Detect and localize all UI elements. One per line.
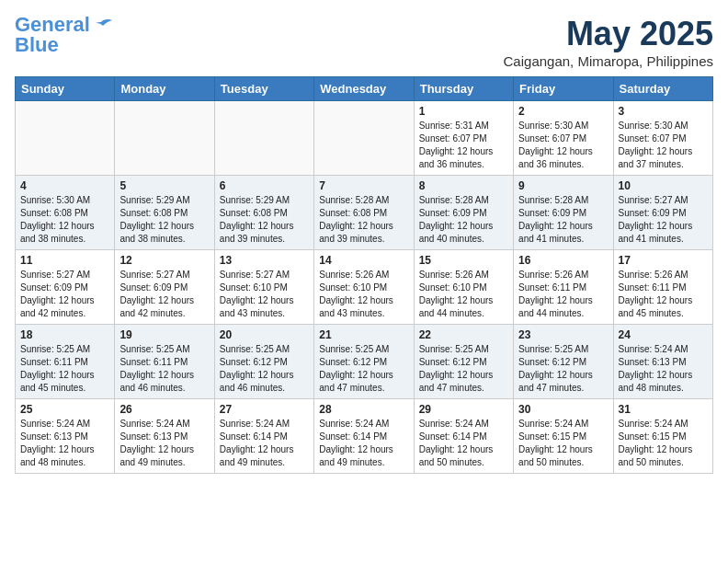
- day-info-text: Sunrise: 5:29 AM Sunset: 6:08 PM Dayligh…: [220, 194, 309, 246]
- day-info-text: Sunrise: 5:25 AM Sunset: 6:12 PM Dayligh…: [419, 343, 508, 395]
- day-number: 20: [220, 328, 309, 341]
- calendar-day-cell: 11Sunrise: 5:27 AM Sunset: 6:09 PM Dayli…: [16, 250, 115, 325]
- calendar-day-cell: 12Sunrise: 5:27 AM Sunset: 6:09 PM Dayli…: [115, 250, 214, 325]
- day-number: 17: [619, 254, 708, 267]
- day-number: 24: [619, 328, 708, 341]
- calendar-empty-cell: [16, 101, 115, 176]
- day-info-text: Sunrise: 5:24 AM Sunset: 6:13 PM Dayligh…: [619, 343, 708, 395]
- calendar-empty-cell: [314, 101, 414, 176]
- calendar-table: SundayMondayTuesdayWednesdayThursdayFrid…: [15, 76, 713, 474]
- day-number: 19: [119, 328, 209, 341]
- calendar-day-cell: 25Sunrise: 5:24 AM Sunset: 6:13 PM Dayli…: [16, 399, 115, 474]
- page-header: GeneralBlue May 2025 Caigangan, Mimaropa…: [15, 15, 713, 69]
- calendar-day-cell: 3Sunrise: 5:30 AM Sunset: 6:07 PM Daylig…: [613, 101, 712, 176]
- day-info-text: Sunrise: 5:30 AM Sunset: 6:07 PM Dayligh…: [518, 120, 608, 171]
- day-number: 26: [119, 403, 209, 416]
- weekday-header-sunday: Sunday: [16, 77, 115, 101]
- day-info-text: Sunrise: 5:29 AM Sunset: 6:08 PM Dayligh…: [119, 194, 209, 246]
- location-subtitle: Caigangan, Mimaropa, Philippines: [504, 53, 713, 69]
- calendar-day-cell: 17Sunrise: 5:26 AM Sunset: 6:11 PM Dayli…: [613, 250, 712, 325]
- calendar-day-cell: 14Sunrise: 5:26 AM Sunset: 6:10 PM Dayli…: [314, 250, 414, 325]
- weekday-header-wednesday: Wednesday: [314, 77, 414, 101]
- calendar-day-cell: 26Sunrise: 5:24 AM Sunset: 6:13 PM Dayli…: [115, 399, 214, 474]
- title-section: May 2025 Caigangan, Mimaropa, Philippine…: [504, 15, 713, 69]
- day-info-text: Sunrise: 5:26 AM Sunset: 6:11 PM Dayligh…: [518, 269, 608, 320]
- weekday-header-thursday: Thursday: [414, 77, 513, 101]
- day-number: 6: [220, 179, 309, 192]
- day-info-text: Sunrise: 5:27 AM Sunset: 6:10 PM Dayligh…: [220, 269, 309, 320]
- day-info-text: Sunrise: 5:24 AM Sunset: 6:14 PM Dayligh…: [419, 418, 508, 469]
- day-number: 2: [518, 105, 608, 118]
- calendar-day-cell: 27Sunrise: 5:24 AM Sunset: 6:14 PM Dayli…: [214, 399, 313, 474]
- calendar-week-row: 25Sunrise: 5:24 AM Sunset: 6:13 PM Dayli…: [16, 399, 713, 474]
- day-info-text: Sunrise: 5:28 AM Sunset: 6:08 PM Dayligh…: [319, 194, 408, 246]
- calendar-day-cell: 20Sunrise: 5:25 AM Sunset: 6:12 PM Dayli…: [214, 325, 313, 399]
- day-number: 28: [319, 403, 408, 416]
- day-info-text: Sunrise: 5:24 AM Sunset: 6:13 PM Dayligh…: [20, 418, 109, 469]
- calendar-day-cell: 23Sunrise: 5:25 AM Sunset: 6:12 PM Dayli…: [514, 325, 613, 399]
- calendar-day-cell: 7Sunrise: 5:28 AM Sunset: 6:08 PM Daylig…: [314, 176, 414, 250]
- day-number: 13: [220, 254, 309, 267]
- calendar-week-row: 18Sunrise: 5:25 AM Sunset: 6:11 PM Dayli…: [16, 325, 713, 399]
- day-number: 1: [419, 105, 508, 118]
- weekday-header-tuesday: Tuesday: [214, 77, 313, 101]
- calendar-day-cell: 21Sunrise: 5:25 AM Sunset: 6:12 PM Dayli…: [314, 325, 414, 399]
- calendar-day-cell: 2Sunrise: 5:30 AM Sunset: 6:07 PM Daylig…: [514, 101, 613, 176]
- day-number: 31: [619, 403, 708, 416]
- calendar-day-cell: 5Sunrise: 5:29 AM Sunset: 6:08 PM Daylig…: [115, 176, 214, 250]
- calendar-day-cell: 4Sunrise: 5:30 AM Sunset: 6:08 PM Daylig…: [16, 176, 115, 250]
- day-number: 23: [518, 328, 608, 341]
- day-info-text: Sunrise: 5:26 AM Sunset: 6:10 PM Dayligh…: [419, 269, 508, 320]
- calendar-day-cell: 10Sunrise: 5:27 AM Sunset: 6:09 PM Dayli…: [613, 176, 712, 250]
- day-info-text: Sunrise: 5:24 AM Sunset: 6:14 PM Dayligh…: [319, 418, 408, 469]
- weekday-header-friday: Friday: [514, 77, 613, 101]
- day-number: 9: [518, 179, 608, 192]
- day-number: 7: [319, 179, 408, 192]
- day-info-text: Sunrise: 5:30 AM Sunset: 6:07 PM Dayligh…: [619, 120, 708, 171]
- calendar-day-cell: 8Sunrise: 5:28 AM Sunset: 6:09 PM Daylig…: [414, 176, 513, 250]
- calendar-day-cell: 31Sunrise: 5:24 AM Sunset: 6:15 PM Dayli…: [613, 399, 712, 474]
- calendar-empty-cell: [115, 101, 214, 176]
- calendar-day-cell: 19Sunrise: 5:25 AM Sunset: 6:11 PM Dayli…: [115, 325, 214, 399]
- calendar-week-row: 11Sunrise: 5:27 AM Sunset: 6:09 PM Dayli…: [16, 250, 713, 325]
- day-number: 14: [319, 254, 408, 267]
- calendar-day-cell: 9Sunrise: 5:28 AM Sunset: 6:09 PM Daylig…: [514, 176, 613, 250]
- day-number: 22: [419, 328, 508, 341]
- day-number: 29: [419, 403, 508, 416]
- day-number: 8: [419, 179, 508, 192]
- day-number: 27: [220, 403, 309, 416]
- calendar-week-row: 1Sunrise: 5:31 AM Sunset: 6:07 PM Daylig…: [16, 101, 713, 176]
- calendar-day-cell: 6Sunrise: 5:29 AM Sunset: 6:08 PM Daylig…: [214, 176, 313, 250]
- calendar-day-cell: 18Sunrise: 5:25 AM Sunset: 6:11 PM Dayli…: [16, 325, 115, 399]
- day-info-text: Sunrise: 5:31 AM Sunset: 6:07 PM Dayligh…: [419, 120, 508, 171]
- day-info-text: Sunrise: 5:24 AM Sunset: 6:14 PM Dayligh…: [220, 418, 309, 469]
- day-number: 25: [20, 403, 109, 416]
- day-info-text: Sunrise: 5:27 AM Sunset: 6:09 PM Dayligh…: [619, 194, 708, 246]
- day-number: 3: [619, 105, 708, 118]
- calendar-day-cell: 13Sunrise: 5:27 AM Sunset: 6:10 PM Dayli…: [214, 250, 313, 325]
- day-info-text: Sunrise: 5:30 AM Sunset: 6:08 PM Dayligh…: [20, 194, 109, 246]
- calendar-day-cell: 15Sunrise: 5:26 AM Sunset: 6:10 PM Dayli…: [414, 250, 513, 325]
- day-info-text: Sunrise: 5:27 AM Sunset: 6:09 PM Dayligh…: [119, 269, 209, 320]
- logo-text: GeneralBlue: [15, 15, 90, 55]
- calendar-day-cell: 28Sunrise: 5:24 AM Sunset: 6:14 PM Dayli…: [314, 399, 414, 474]
- day-info-text: Sunrise: 5:26 AM Sunset: 6:10 PM Dayligh…: [319, 269, 408, 320]
- day-number: 16: [518, 254, 608, 267]
- day-info-text: Sunrise: 5:25 AM Sunset: 6:12 PM Dayligh…: [518, 343, 608, 395]
- calendar-day-cell: 1Sunrise: 5:31 AM Sunset: 6:07 PM Daylig…: [414, 101, 513, 176]
- calendar-week-row: 4Sunrise: 5:30 AM Sunset: 6:08 PM Daylig…: [16, 176, 713, 250]
- day-number: 4: [20, 179, 109, 192]
- day-number: 21: [319, 328, 408, 341]
- day-info-text: Sunrise: 5:28 AM Sunset: 6:09 PM Dayligh…: [419, 194, 508, 246]
- day-number: 18: [20, 328, 109, 341]
- day-info-text: Sunrise: 5:25 AM Sunset: 6:12 PM Dayligh…: [319, 343, 408, 395]
- day-info-text: Sunrise: 5:26 AM Sunset: 6:11 PM Dayligh…: [619, 269, 708, 320]
- logo: GeneralBlue: [15, 15, 112, 55]
- calendar-empty-cell: [214, 101, 313, 176]
- day-number: 12: [119, 254, 209, 267]
- day-number: 30: [518, 403, 608, 416]
- day-info-text: Sunrise: 5:25 AM Sunset: 6:11 PM Dayligh…: [119, 343, 209, 395]
- calendar-day-cell: 22Sunrise: 5:25 AM Sunset: 6:12 PM Dayli…: [414, 325, 513, 399]
- day-info-text: Sunrise: 5:24 AM Sunset: 6:13 PM Dayligh…: [119, 418, 209, 469]
- day-info-text: Sunrise: 5:27 AM Sunset: 6:09 PM Dayligh…: [20, 269, 109, 320]
